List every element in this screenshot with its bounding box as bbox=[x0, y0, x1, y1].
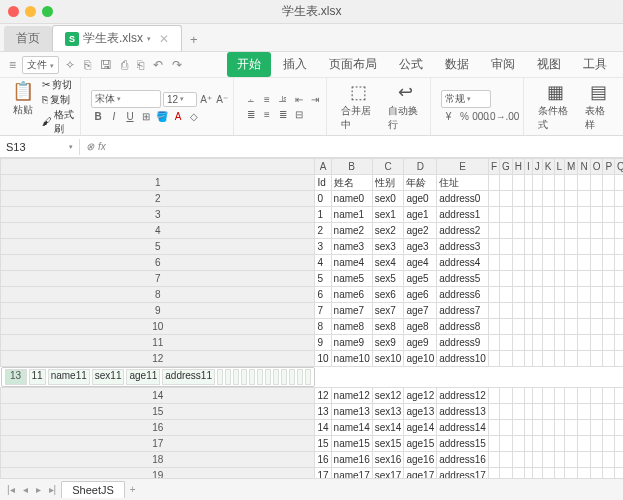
table-style-button[interactable]: ▤表格样 bbox=[581, 79, 615, 134]
cell[interactable] bbox=[565, 468, 578, 479]
cell[interactable] bbox=[512, 223, 524, 239]
cell[interactable] bbox=[603, 388, 615, 404]
cell[interactable]: 7 bbox=[315, 303, 331, 319]
cell[interactable] bbox=[542, 319, 554, 335]
cell[interactable] bbox=[500, 404, 513, 420]
cell[interactable] bbox=[590, 207, 603, 223]
cell[interactable] bbox=[488, 207, 499, 223]
cell[interactable]: age2 bbox=[404, 223, 437, 239]
cell[interactable] bbox=[615, 271, 623, 287]
cell[interactable]: age6 bbox=[404, 287, 437, 303]
cell[interactable] bbox=[488, 335, 499, 351]
cell[interactable] bbox=[512, 191, 524, 207]
row-header[interactable]: 11 bbox=[1, 335, 315, 351]
cell[interactable]: 5 bbox=[315, 271, 331, 287]
cell[interactable] bbox=[512, 207, 524, 223]
new-icon[interactable]: ✧ bbox=[62, 58, 78, 72]
cell[interactable]: name17 bbox=[331, 468, 372, 479]
cell[interactable]: 3 bbox=[315, 239, 331, 255]
cell[interactable] bbox=[565, 388, 578, 404]
redo-icon[interactable]: ↷ bbox=[169, 58, 185, 72]
cell[interactable]: sex1 bbox=[372, 207, 404, 223]
cell[interactable] bbox=[281, 369, 287, 385]
col-header[interactable]: P bbox=[603, 159, 615, 175]
cell[interactable] bbox=[615, 303, 623, 319]
cell[interactable] bbox=[615, 223, 623, 239]
cell[interactable] bbox=[554, 319, 565, 335]
sheet-tab[interactable]: SheetJS bbox=[61, 481, 125, 498]
cell[interactable] bbox=[525, 223, 533, 239]
cell[interactable] bbox=[525, 319, 533, 335]
cell[interactable]: age12 bbox=[404, 388, 437, 404]
col-header[interactable]: H bbox=[512, 159, 524, 175]
cell[interactable] bbox=[615, 420, 623, 436]
cell[interactable]: sex12 bbox=[372, 388, 404, 404]
cell[interactable] bbox=[532, 271, 542, 287]
cell[interactable] bbox=[525, 239, 533, 255]
dropdown-icon[interactable]: ▾ bbox=[147, 35, 151, 43]
cell[interactable] bbox=[512, 335, 524, 351]
merge-down-icon[interactable]: ⊟ bbox=[292, 107, 306, 121]
format-painter-button[interactable]: 🖌 格式刷 bbox=[42, 108, 76, 136]
row-header[interactable]: 9 bbox=[1, 303, 315, 319]
name-box[interactable]: S13▾ bbox=[0, 139, 80, 155]
cell[interactable] bbox=[590, 223, 603, 239]
cell[interactable]: sex13 bbox=[372, 404, 404, 420]
cell[interactable] bbox=[525, 255, 533, 271]
cell[interactable]: sex11 bbox=[92, 369, 125, 385]
cell[interactable] bbox=[578, 420, 590, 436]
cell[interactable] bbox=[532, 191, 542, 207]
cell[interactable]: name8 bbox=[331, 319, 372, 335]
clear-format-icon[interactable]: ◇ bbox=[187, 109, 201, 123]
cell[interactable] bbox=[500, 335, 513, 351]
close-tab-icon[interactable]: ✕ bbox=[159, 32, 169, 46]
cell[interactable]: age3 bbox=[404, 239, 437, 255]
cell[interactable]: 住址 bbox=[437, 175, 489, 191]
next-sheet-icon[interactable]: ▸ bbox=[33, 484, 44, 495]
cell[interactable]: 17 bbox=[315, 468, 331, 479]
cell[interactable]: age5 bbox=[404, 271, 437, 287]
cell[interactable]: name4 bbox=[331, 255, 372, 271]
cell[interactable]: name13 bbox=[331, 404, 372, 420]
cell[interactable] bbox=[488, 420, 499, 436]
cell[interactable] bbox=[542, 452, 554, 468]
row-header[interactable]: 12 bbox=[1, 351, 315, 367]
cell[interactable] bbox=[578, 175, 590, 191]
cell[interactable]: 0 bbox=[315, 191, 331, 207]
cell[interactable]: name11 bbox=[48, 369, 90, 385]
cell[interactable] bbox=[554, 468, 565, 479]
cell[interactable]: 2 bbox=[315, 223, 331, 239]
cell[interactable] bbox=[500, 468, 513, 479]
cell[interactable] bbox=[525, 175, 533, 191]
cell[interactable] bbox=[603, 271, 615, 287]
cell[interactable]: sex9 bbox=[372, 335, 404, 351]
align-bot-icon[interactable]: ⫡ bbox=[276, 92, 290, 106]
row-header[interactable]: 10 bbox=[1, 319, 315, 335]
cell[interactable] bbox=[532, 452, 542, 468]
bold-icon[interactable]: B bbox=[91, 109, 105, 123]
cell[interactable] bbox=[249, 369, 255, 385]
cell[interactable] bbox=[542, 207, 554, 223]
tab-data[interactable]: 数据 bbox=[435, 52, 479, 77]
cell[interactable]: address14 bbox=[437, 420, 489, 436]
cell[interactable] bbox=[578, 271, 590, 287]
cell[interactable] bbox=[615, 239, 623, 255]
cell[interactable] bbox=[542, 436, 554, 452]
cell[interactable] bbox=[615, 335, 623, 351]
cell[interactable] bbox=[554, 175, 565, 191]
cell[interactable] bbox=[603, 452, 615, 468]
cell[interactable] bbox=[500, 191, 513, 207]
cell[interactable]: 性别 bbox=[372, 175, 404, 191]
home-tab[interactable]: 首页 bbox=[4, 26, 52, 51]
cell[interactable] bbox=[615, 175, 623, 191]
cell[interactable] bbox=[500, 207, 513, 223]
cell[interactable] bbox=[532, 388, 542, 404]
cell[interactable] bbox=[565, 207, 578, 223]
cell[interactable] bbox=[565, 223, 578, 239]
cell[interactable] bbox=[565, 335, 578, 351]
cell[interactable] bbox=[578, 436, 590, 452]
cell[interactable] bbox=[217, 369, 223, 385]
underline-icon[interactable]: U bbox=[123, 109, 137, 123]
row-header[interactable]: 18 bbox=[1, 452, 315, 468]
cell[interactable] bbox=[603, 175, 615, 191]
